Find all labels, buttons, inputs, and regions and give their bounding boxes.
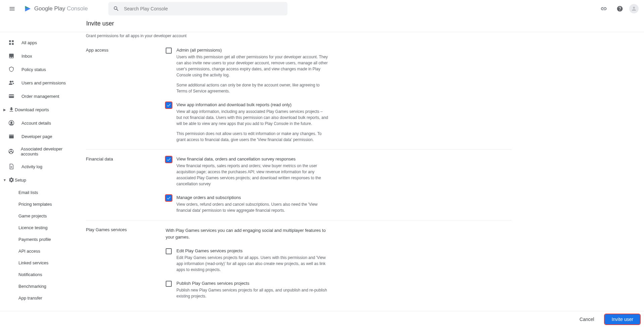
link-icon[interactable] (597, 2, 610, 15)
section-intro: With Play Games services you can add eng… (166, 227, 328, 240)
menu-button[interactable] (5, 2, 19, 15)
sidebar-subitem-notifications[interactable]: Notifications (0, 269, 78, 280)
chevron-right-icon: ▶ (1, 108, 8, 112)
permission-description: View financial reports, sales reports an… (176, 163, 328, 187)
svg-rect-4 (12, 43, 14, 45)
sidebar-subitem-game-projects[interactable]: Game projects (0, 210, 78, 222)
apps-icon (8, 39, 15, 46)
sidebar-item-label: Account details (21, 121, 51, 126)
permission-item: Manage orders and subscriptionsView orde… (166, 195, 328, 213)
invite-user-button[interactable]: Invite user (605, 314, 640, 324)
sidebar-subitem-benchmarking[interactable]: Benchmarking (0, 280, 78, 292)
page-title: Invite user (0, 17, 644, 32)
sidebar-subitem-api-access[interactable]: API access (0, 245, 78, 257)
sidebar-item-label: Setup (15, 178, 26, 183)
logo-text: Google Play Console (34, 5, 88, 12)
sidebar-subitem-email-lists[interactable]: Email lists (0, 187, 78, 198)
sidebar-item-download-reports[interactable]: ▶Download reports (0, 103, 78, 116)
sidebar-item-all-apps[interactable]: All apps (0, 36, 78, 49)
sidebar-item-label: Users and permissions (21, 80, 66, 85)
permission-checkbox[interactable] (166, 48, 172, 54)
svg-point-6 (12, 81, 14, 82)
download-icon (8, 106, 15, 113)
svg-rect-12 (9, 134, 14, 136)
permission-description: View all app information, including any … (176, 109, 328, 143)
section-label: Play Games services (86, 227, 166, 299)
sidebar-item-label: Notifications (18, 272, 42, 277)
account-icon (8, 120, 15, 126)
sidebar-subitem-app-transfer[interactable]: App transfer (0, 292, 78, 304)
sidebar-item-label: Game projects (18, 213, 47, 218)
sidebar-item-label: App transfer (18, 296, 42, 301)
permission-checkbox[interactable] (166, 195, 172, 201)
sidebar: All appsInboxPolicy statusUsers and perm… (0, 32, 78, 327)
sidebar-item-associated-developer-accounts[interactable]: Associated developer accounts (0, 143, 78, 160)
sidebar-subitem-licence-testing[interactable]: Licence testing (0, 222, 78, 234)
permission-checkbox[interactable] (166, 281, 172, 287)
svg-rect-2 (12, 40, 14, 42)
sidebar-item-account-details[interactable]: Account details (0, 116, 78, 130)
permission-section: Financial dataView financial data, order… (86, 150, 512, 220)
permission-title: Publish Play Games services projects (176, 281, 328, 286)
sidebar-item-label: Activity log (21, 164, 42, 169)
sidebar-item-label: Associated developer accounts (21, 146, 70, 156)
svg-point-10 (11, 122, 12, 123)
sidebar-item-activity-log[interactable]: Activity log (0, 160, 78, 173)
permission-title: View app information and download bulk r… (176, 102, 328, 107)
permission-item: Publish Play Games services projectsPubl… (166, 281, 328, 299)
shield-icon (8, 66, 15, 73)
sidebar-item-label: Payments profile (18, 237, 51, 242)
permission-section: App accessAdmin (all permissions)Users w… (86, 41, 512, 150)
svg-rect-8 (9, 95, 14, 96)
help-icon[interactable] (613, 2, 627, 15)
sidebar-item-developer-page[interactable]: Developer page (0, 130, 78, 143)
svg-point-17 (9, 152, 10, 152)
sidebar-subitem-pricing-templates[interactable]: Pricing templates (0, 198, 78, 210)
svg-point-0 (633, 7, 635, 9)
sidebar-subitem-payments-profile[interactable]: Payments profile (0, 234, 78, 245)
logo[interactable]: Google Play Console (24, 5, 88, 12)
svg-point-14 (11, 151, 12, 152)
permission-description: Users with this permission get all other… (176, 54, 328, 94)
sidebar-item-label: Policy status (21, 67, 46, 72)
sidebar-item-inbox[interactable]: Inbox (0, 49, 78, 63)
permission-checkbox[interactable] (166, 156, 172, 162)
sidebar-item-label: Licence testing (18, 225, 48, 230)
sidebar-item-label: Benchmarking (18, 284, 46, 289)
assoc-icon (8, 148, 14, 155)
permission-title: Admin (all permissions) (176, 48, 328, 53)
svg-point-5 (10, 81, 12, 83)
sidebar-item-setup[interactable]: ▼Setup (0, 173, 78, 187)
sidebar-item-users-and-permissions[interactable]: Users and permissions (0, 76, 78, 89)
cancel-button[interactable]: Cancel (573, 314, 601, 324)
sidebar-item-label: All apps (21, 40, 37, 45)
sidebar-item-order-management[interactable]: Order management (0, 89, 78, 103)
file-icon (8, 163, 15, 170)
permission-section: Play Games servicesWith Play Games servi… (86, 220, 512, 306)
permission-checkbox[interactable] (166, 248, 172, 254)
permission-checkbox[interactable] (166, 102, 172, 108)
search-input[interactable] (124, 6, 282, 11)
sidebar-item-label: Order management (21, 94, 59, 99)
sidebar-item-label: Pricing templates (18, 202, 52, 207)
search-icon (113, 5, 119, 12)
sidebar-item-label: Linked services (18, 260, 49, 265)
sidebar-item-label: Inbox (21, 54, 32, 59)
section-label: Financial data (86, 156, 166, 213)
permission-description: View orders, refund orders and cancel su… (176, 201, 328, 213)
permission-description: Edit Play Games services projects for al… (176, 255, 328, 273)
permission-description: Publish new Play Games services projects… (176, 287, 328, 299)
avatar[interactable] (629, 4, 639, 13)
sidebar-subitem-linked-services[interactable]: Linked services (0, 257, 78, 269)
permission-item: Edit Play Games services projectsEdit Pl… (166, 248, 328, 273)
svg-point-15 (11, 149, 11, 150)
permission-title: Edit Play Games services projects (176, 248, 328, 253)
search-box[interactable] (108, 2, 287, 15)
permission-item: View app information and download bulk r… (166, 102, 328, 143)
permission-title: View financial data, orders and cancella… (176, 156, 328, 161)
permission-title: Manage orders and subscriptions (176, 195, 328, 200)
sidebar-item-policy-status[interactable]: Policy status (0, 63, 78, 76)
play-console-icon (24, 5, 32, 12)
permissions-hint: Grant permissions for all apps in your d… (86, 32, 512, 41)
sidebar-item-label: Developer page (21, 134, 52, 139)
